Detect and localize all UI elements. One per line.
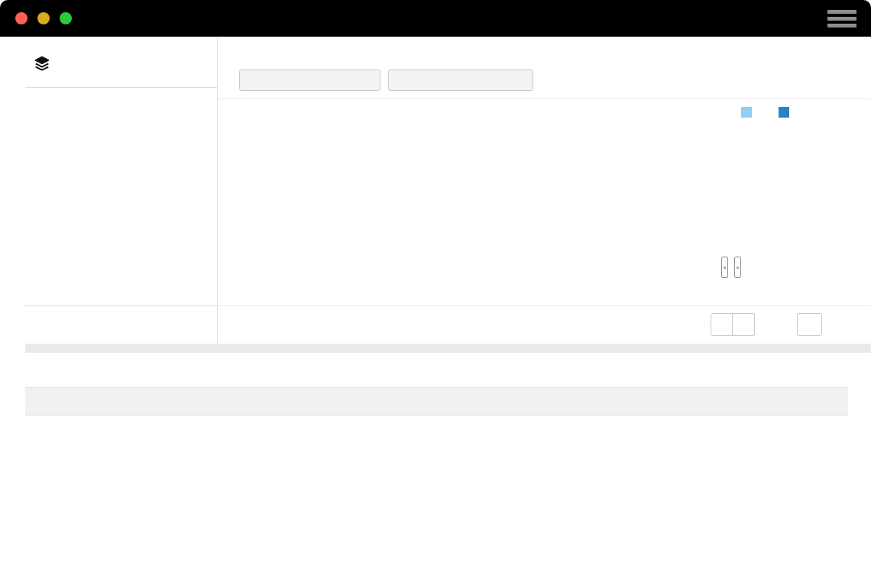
- results-tabs: [0, 353, 871, 387]
- brush-handle-right[interactable]: [734, 257, 741, 278]
- agent-dropdown[interactable]: [388, 69, 533, 91]
- column-header-resolution-time[interactable]: [611, 388, 848, 415]
- target-domain-block: [0, 305, 218, 329]
- panel-divider: [25, 344, 871, 353]
- column-header-error-details[interactable]: [503, 388, 611, 415]
- sidebar-item-bgp-route-visualization[interactable]: [0, 161, 217, 172]
- column-header-date[interactable]: [274, 388, 390, 415]
- sidebar-item-overview[interactable]: [0, 129, 217, 140]
- sidebar-item-path-visualization[interactable]: [0, 140, 217, 150]
- next-round-button[interactable]: [733, 313, 755, 336]
- column-header-agent[interactable]: [25, 388, 274, 415]
- sidebar-section-routing: [0, 150, 217, 161]
- agents-table: [25, 387, 848, 415]
- sidebar-item-dns-server[interactable]: [0, 108, 217, 118]
- sidebar-section-network: [0, 118, 217, 129]
- previous-round-button[interactable]: [711, 313, 733, 336]
- brush-handle-left[interactable]: [721, 257, 728, 278]
- results-panel: [0, 344, 871, 588]
- table-header-row: [25, 388, 848, 415]
- app-window: [0, 0, 871, 588]
- maximize-window-button[interactable]: [60, 12, 72, 24]
- column-header-mappings[interactable]: [390, 388, 503, 415]
- close-window-button[interactable]: [15, 12, 28, 24]
- main-panel: [218, 37, 871, 344]
- minimize-window-button[interactable]: [37, 12, 50, 24]
- metric-dropdown[interactable]: [239, 69, 380, 91]
- latest-button[interactable]: [797, 313, 822, 336]
- timeseries-plot[interactable]: [218, 99, 871, 305]
- hamburger-menu-icon[interactable]: [827, 10, 856, 27]
- views-sidebar: [0, 37, 218, 344]
- sidebar-section-dns: [0, 97, 217, 108]
- resolution-time-chart: [218, 99, 871, 305]
- window-titlebar: [0, 0, 871, 37]
- layers-icon: [34, 55, 50, 75]
